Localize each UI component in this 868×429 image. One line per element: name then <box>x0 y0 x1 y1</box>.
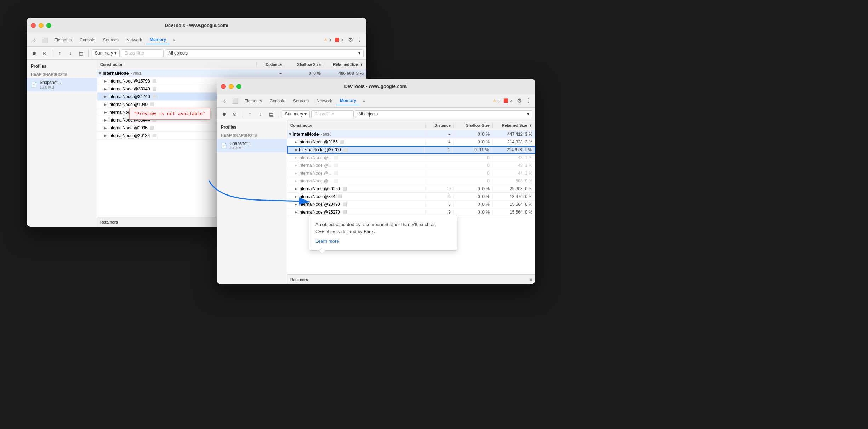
snapshot-item-1[interactable]: 📄 Snapshot 1 16.0 MB <box>27 78 97 91</box>
expand-arrow[interactable]: ▶ <box>98 72 102 74</box>
expand-arrow[interactable]: ▶ <box>295 179 297 183</box>
expand-arrow[interactable]: ▶ <box>104 87 107 91</box>
clear-button-1[interactable]: ▤ <box>76 49 86 58</box>
upload-button-2[interactable]: ↑ <box>245 109 255 119</box>
tab-console-1[interactable]: Console <box>76 36 99 44</box>
inspector-icon[interactable]: ⊹ <box>29 35 39 45</box>
class-filter-1[interactable]: Class filter <box>121 49 164 57</box>
table-row[interactable]: ▶ InternalNode @... ⬜ 0 48 1 % <box>287 162 535 169</box>
info-tooltip: An object allocated by a component other… <box>309 215 457 251</box>
tab-elements-2[interactable]: Elements <box>241 97 265 105</box>
table-body-2: ▶ InternalNode ×5010 – 0 0 % 447 412 3 %… <box>287 130 535 274</box>
toolbar-1: ⏺ ⊘ ↑ ↓ ▤ Summary ▾ Class filter All obj… <box>27 47 366 60</box>
stop-button-2[interactable]: ⊘ <box>230 109 239 119</box>
maximize-button-2[interactable] <box>236 84 241 89</box>
tab-more-1[interactable]: » <box>170 36 177 44</box>
table-row[interactable]: ▶ InternalNode @... ⬜ 0 608 0 % <box>287 177 535 185</box>
table-row[interactable]: ▶ InternalNode ×5010 – 0 0 % 447 412 3 % <box>287 130 535 138</box>
summary-dropdown-1[interactable]: Summary ▾ <box>92 49 120 57</box>
expand-arrow[interactable]: ▶ <box>104 111 107 114</box>
expand-arrow[interactable]: ▶ <box>104 134 107 137</box>
gear-icon-2[interactable]: ⚙ <box>515 96 523 106</box>
table-row[interactable]: ▶ InternalNode @20050 ⬜ 9 0 0 % 25 608 0… <box>287 185 535 193</box>
expand-arrow[interactable]: ▶ <box>289 133 292 135</box>
table-row[interactable]: ▶ InternalNode ×7851 – 0 0 % 486 608 3 % <box>97 69 366 77</box>
warning-badge-1: ⚠ 3 <box>324 38 331 42</box>
warning-badge-2: ⚠ 6 <box>493 98 500 103</box>
tab-sources-1[interactable]: Sources <box>99 36 122 44</box>
dropdown-arrow-1: ▾ <box>114 51 116 56</box>
minimize-button-2[interactable] <box>229 84 234 89</box>
gear-icon-1[interactable]: ⚙ <box>347 35 354 45</box>
snapshot-info-1: Snapshot 1 16.0 MB <box>40 80 61 89</box>
expand-arrow[interactable]: ▶ <box>104 79 107 83</box>
tab-elements-1[interactable]: Elements <box>51 36 75 44</box>
snapshot-name-2: Snapshot 1 <box>230 141 251 146</box>
th-retained-1[interactable]: Retained Size ▼ <box>324 62 366 67</box>
sep-2 <box>88 50 89 57</box>
expand-arrow[interactable]: ▶ <box>295 164 297 167</box>
expand-arrow[interactable]: ▶ <box>295 148 298 152</box>
record-button-2[interactable]: ⏺ <box>219 109 229 119</box>
stop-button-1[interactable]: ⊘ <box>40 49 49 58</box>
inspector-icon-2[interactable]: ⊹ <box>219 96 229 106</box>
tab-memory-1[interactable]: Memory <box>146 36 170 44</box>
table-row[interactable]: ▶ InternalNode @27700 ⬜ 1 0 11 % 214 928… <box>287 146 535 154</box>
download-button-2[interactable]: ↓ <box>256 109 265 119</box>
table-header-1: Constructor Distance Shallow Size Retain… <box>97 60 366 69</box>
more-options-2[interactable]: ⋮ <box>524 96 532 106</box>
record-button-1[interactable]: ⏺ <box>29 49 39 58</box>
table-row[interactable]: ▶ InternalNode @844 ⬜ 6 0 0 % 18 976 0 % <box>287 193 535 201</box>
expand-arrow[interactable]: ▶ <box>104 95 107 98</box>
clear-button-2[interactable]: ▤ <box>267 109 276 119</box>
snapshot-file-icon-1: 📄 <box>31 82 37 88</box>
th-retained-2[interactable]: Retained Size ▼ <box>493 123 535 128</box>
summary-dropdown-2[interactable]: Summary ▾ <box>282 110 310 118</box>
tab-memory-2[interactable]: Memory <box>336 97 360 105</box>
download-button-1[interactable]: ↓ <box>66 49 75 58</box>
tab-network-1[interactable]: Network <box>123 36 145 44</box>
snapshot-info-2: Snapshot 1 13.3 MB <box>230 141 251 150</box>
device-icon-2[interactable]: ⬜ <box>230 96 240 106</box>
expand-arrow[interactable]: ▶ <box>104 118 107 122</box>
table-row[interactable]: ▶ InternalNode @... ⬜ 0 48 1 % <box>287 154 535 162</box>
tab-sources-2[interactable]: Sources <box>290 97 312 105</box>
retainers-bar-2: Retainers ≡ <box>287 274 535 284</box>
more-options-1[interactable]: ⋮ <box>355 35 364 45</box>
table-row[interactable]: ▶ InternalNode @20490 ⬜ 8 0 0 % 15 664 0… <box>287 201 535 208</box>
tab-more-2[interactable]: » <box>360 97 367 105</box>
expand-arrow[interactable]: ▶ <box>295 187 297 191</box>
minimize-button-1[interactable] <box>39 23 44 28</box>
class-filter-2[interactable]: Class filter <box>311 110 354 118</box>
learn-more-link[interactable]: Learn more <box>315 238 339 244</box>
all-objects-dropdown-2[interactable]: All objects ▾ <box>355 110 532 118</box>
all-objects-dropdown-1[interactable]: All objects ▾ <box>165 49 364 57</box>
expand-arrow[interactable]: ▶ <box>295 210 297 214</box>
expand-arrow[interactable]: ▶ <box>104 103 107 106</box>
expand-arrow[interactable]: ▶ <box>104 126 107 130</box>
preview-not-available-tooltip: "Preview is not available" <box>129 108 210 120</box>
expand-arrow[interactable]: ▶ <box>295 203 297 206</box>
main-content-2: Profiles HEAP SNAPSHOTS 📄 Snapshot 1 13.… <box>217 120 535 284</box>
close-button-2[interactable] <box>221 84 226 89</box>
tab-bar-2: ⊹ ⬜ Elements Console Sources Network Mem… <box>217 94 535 108</box>
device-icon[interactable]: ⬜ <box>40 35 50 45</box>
th-constructor-2: Constructor <box>287 123 426 128</box>
expand-arrow[interactable]: ▶ <box>295 140 297 144</box>
expand-arrow[interactable]: ▶ <box>295 156 297 159</box>
dropdown-arrow-2: ▾ <box>304 112 307 117</box>
sort-icon-2: ▼ <box>529 123 532 128</box>
maximize-button-1[interactable] <box>46 23 51 28</box>
sidebar-2: Profiles HEAP SNAPSHOTS 📄 Snapshot 1 13.… <box>217 120 287 284</box>
expand-arrow[interactable]: ▶ <box>295 195 297 198</box>
table-row[interactable]: ▶ InternalNode @9166 ⬜ 4 0 0 % 214 928 2… <box>287 138 535 146</box>
th-shallow-2: Shallow Size <box>454 123 493 128</box>
close-button-1[interactable] <box>31 23 36 28</box>
snapshot-item-2[interactable]: 📄 Snapshot 1 13.3 MB <box>217 139 287 152</box>
upload-button-1[interactable]: ↑ <box>55 49 64 58</box>
tab-network-2[interactable]: Network <box>313 97 336 105</box>
table-area-2: Constructor Distance Shallow Size Retain… <box>287 120 535 284</box>
table-row[interactable]: ▶ InternalNode @... ⬜ 0 44 1 % <box>287 169 535 177</box>
tab-console-2[interactable]: Console <box>266 97 289 105</box>
expand-arrow[interactable]: ▶ <box>295 171 297 175</box>
